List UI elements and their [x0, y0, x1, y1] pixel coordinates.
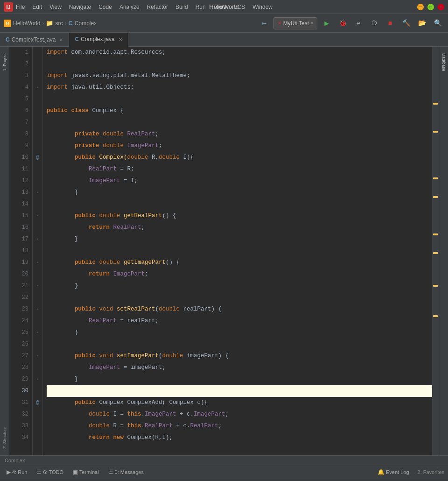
code-line-29[interactable]: }: [47, 374, 432, 385]
menu-file[interactable]: File: [16, 4, 25, 10]
favorites-panel-tab[interactable]: 2: Favorites: [417, 467, 445, 477]
open-file-button[interactable]: 📂: [415, 17, 428, 30]
run-button[interactable]: ▶: [320, 17, 333, 30]
breadcrumb-src[interactable]: src: [55, 20, 63, 27]
close-button[interactable]: ✕: [438, 4, 444, 10]
left-panel-indicator: 1: Project Z: Structure: [0, 47, 9, 455]
run-with-coverage-button[interactable]: ↩: [352, 17, 365, 30]
menu-window[interactable]: Window: [252, 4, 273, 10]
todo-panel-button[interactable]: ☰ 6: TODO: [33, 467, 67, 477]
terminal-panel-button[interactable]: ▣ Terminal: [69, 467, 103, 477]
code-line-10[interactable]: public Complex(double R,double I){: [47, 152, 432, 163]
line-number-24: 24: [9, 315, 28, 327]
code-line-18[interactable]: [47, 245, 432, 257]
menu-build[interactable]: Build: [175, 4, 188, 10]
code-line-16[interactable]: return RealPart;: [47, 222, 432, 233]
breadcrumb-project[interactable]: HelloWorld: [13, 20, 40, 27]
gutter-item-16: [33, 222, 42, 233]
code-line-28[interactable]: ImagePart = imagePart;: [47, 362, 432, 374]
code-line-14[interactable]: [47, 198, 432, 210]
code-line-17[interactable]: }: [47, 233, 432, 245]
gutter-item-33: [33, 420, 42, 432]
scroll-marker-0: [433, 103, 438, 105]
search-everywhere-button[interactable]: 🔍: [431, 17, 444, 30]
tab-complex-close[interactable]: ✕: [119, 37, 122, 42]
code-line-5[interactable]: [47, 93, 432, 105]
menu-run[interactable]: Run: [196, 4, 206, 10]
line-number-4: 4: [9, 82, 28, 93]
code-line-11[interactable]: RealPart = R;: [47, 163, 432, 175]
debug-button[interactable]: 🐞: [336, 17, 349, 30]
code-line-12[interactable]: ImagePart = I;: [47, 175, 432, 187]
right-panel: Database: [439, 47, 448, 455]
navigate-back-button[interactable]: ⟵: [258, 17, 271, 30]
tab-complextest-close[interactable]: ✕: [59, 37, 63, 42]
code-line-9[interactable]: private double ImagePart;: [47, 140, 432, 152]
code-line-27[interactable]: public void setImagePart(double imagePar…: [47, 350, 432, 362]
structure-panel-tab[interactable]: Z: Structure: [1, 425, 8, 451]
line-number-33: 33: [9, 420, 28, 432]
run-panel-button[interactable]: ▶ 4: Run: [3, 467, 31, 477]
menu-analyze[interactable]: Analyze: [119, 4, 140, 10]
breadcrumb-file[interactable]: Complex: [75, 20, 97, 27]
code-line-7[interactable]: [47, 117, 432, 128]
stop-button[interactable]: ■: [384, 17, 397, 30]
code-line-1[interactable]: import com.android.aapt.Resources;: [47, 47, 432, 58]
code-line-21[interactable]: }: [47, 280, 432, 292]
code-line-32[interactable]: double I = this.ImagePart + c.ImagePart;: [47, 409, 432, 420]
code-line-6[interactable]: public class Complex {: [47, 105, 432, 117]
database-panel-tab[interactable]: Database: [441, 51, 447, 73]
code-line-2[interactable]: [47, 58, 432, 70]
gutter-item-9: [33, 140, 42, 152]
gutter-item-30: [33, 385, 42, 397]
menu-edit[interactable]: Edit: [32, 4, 42, 10]
code-line-24[interactable]: RealPart = realPart;: [47, 315, 432, 327]
code-line-8[interactable]: private double RealPart;: [47, 128, 432, 140]
code-line-22[interactable]: [47, 292, 432, 304]
code-line-33[interactable]: double R = this.RealPart + c.RealPart;: [47, 420, 432, 432]
build-button[interactable]: 🔨: [399, 17, 413, 30]
menu-code[interactable]: Code: [98, 4, 112, 10]
tab-complextest[interactable]: C ComplexTest.java ✕: [0, 33, 69, 47]
gutter-item-22: [33, 292, 42, 304]
code-line-30[interactable]: [47, 385, 432, 397]
status-bar: Tests passed: 3 (21 minutes ago) 30:1 CR…: [0, 479, 448, 481]
menu-refactor[interactable]: Refactor: [147, 4, 168, 10]
code-line-3[interactable]: import javax.swing.plaf.metal.MetalTheme…: [47, 70, 432, 82]
run-config-selector[interactable]: ✕ MyUtilTest ▾: [273, 17, 317, 29]
code-line-20[interactable]: return ImagePart;: [47, 269, 432, 280]
code-line-34[interactable]: return new Complex(R,I);: [47, 432, 432, 444]
line-number-31: 31: [9, 397, 28, 409]
line-number-1: 1: [9, 47, 28, 58]
code-line-15[interactable]: public double getRealPart() {: [47, 210, 432, 222]
code-line-25[interactable]: }: [47, 327, 432, 339]
messages-panel-button[interactable]: ☰ 0: Messages: [105, 467, 147, 477]
app-icon: IJ: [4, 2, 13, 12]
menu-navigate[interactable]: Navigate: [69, 4, 91, 10]
gutter-item-3: [33, 70, 42, 82]
code-line-13[interactable]: }: [47, 187, 432, 198]
line-number-20: 20: [9, 269, 28, 280]
code-line-26[interactable]: [47, 339, 432, 350]
bottom-toolbar: ▶ 4: Run ☰ 6: TODO ▣ Terminal ☰ 0: Messa…: [0, 465, 448, 479]
maximize-button[interactable]: ☐: [427, 4, 434, 10]
minimize-button[interactable]: —: [417, 4, 424, 10]
line-number-25: 25: [9, 327, 28, 339]
code-editor[interactable]: import com.android.aapt.Resources; impor…: [43, 47, 432, 455]
horizontal-scrollbar[interactable]: Complex: [0, 455, 448, 465]
tab-complex[interactable]: C Complex.java ✕: [69, 33, 128, 47]
code-line-4[interactable]: import java.util.Objects;: [47, 82, 432, 93]
code-line-31[interactable]: public Complex ComplexAdd( Complex c){: [47, 397, 432, 409]
gutter-item-25: ◦: [33, 327, 42, 339]
tabs-bar: C ComplexTest.java ✕ C Complex.java ✕: [0, 33, 448, 47]
vertical-scrollbar[interactable]: [432, 47, 439, 455]
menu-view[interactable]: View: [49, 4, 62, 10]
breadcrumb: H HelloWorld › 📁 src › C Complex: [4, 20, 255, 27]
code-line-19[interactable]: public double getImagePart() {: [47, 257, 432, 269]
project-panel-tab[interactable]: 1: Project: [1, 51, 8, 73]
event-log-button[interactable]: 🔔 Event Log: [374, 467, 413, 477]
line-number-16: 16: [9, 222, 28, 233]
gutter-item-24: [33, 315, 42, 327]
profile-button[interactable]: ⏱: [368, 17, 381, 30]
code-line-23[interactable]: public void setRealPart(double realPart)…: [47, 304, 432, 315]
